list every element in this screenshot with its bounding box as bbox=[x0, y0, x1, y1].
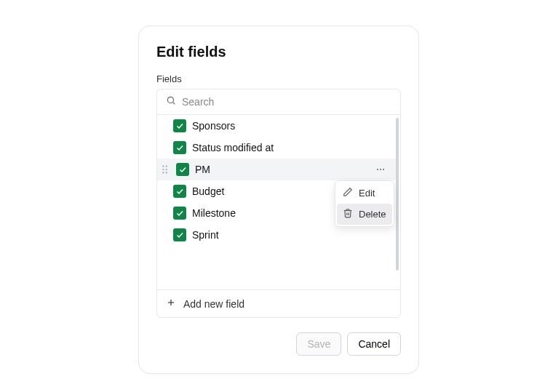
checkbox-checked-icon[interactable] bbox=[173, 119, 186, 132]
trash-icon bbox=[343, 208, 353, 220]
list-spacer bbox=[157, 246, 396, 289]
cancel-button[interactable]: Cancel bbox=[347, 332, 401, 356]
add-new-field-button[interactable]: Add new field bbox=[157, 289, 400, 317]
search-icon bbox=[166, 95, 176, 108]
field-row[interactable]: Status modified at bbox=[157, 137, 396, 159]
row-actions-dropdown: Edit Delete bbox=[335, 180, 394, 227]
svg-point-5 bbox=[166, 169, 167, 170]
search-row bbox=[157, 89, 400, 115]
checkbox-checked-icon[interactable] bbox=[173, 228, 186, 241]
delete-menu-item[interactable]: Delete bbox=[337, 204, 392, 225]
svg-line-1 bbox=[173, 103, 175, 105]
checkbox-checked-icon[interactable] bbox=[173, 207, 186, 220]
scrollbar[interactable] bbox=[396, 118, 399, 271]
field-label: PM bbox=[195, 164, 370, 175]
dialog-title: Edit fields bbox=[156, 44, 401, 60]
dialog-footer: Save Cancel bbox=[156, 332, 401, 356]
more-actions-button[interactable] bbox=[375, 164, 389, 175]
svg-point-8 bbox=[377, 169, 378, 170]
fields-box: Sponsors Status modified at PM bbox=[156, 89, 401, 318]
plus-icon bbox=[166, 297, 176, 310]
search-input[interactable] bbox=[182, 96, 391, 108]
svg-point-6 bbox=[162, 172, 164, 173]
fields-section-label: Fields bbox=[156, 73, 401, 84]
field-row-active[interactable]: PM Edit Delete bbox=[157, 159, 396, 180]
checkbox-checked-icon[interactable] bbox=[173, 185, 186, 198]
field-row[interactable]: Sponsors bbox=[157, 115, 396, 137]
field-label: Sprint bbox=[192, 229, 389, 241]
svg-point-0 bbox=[167, 97, 173, 103]
svg-point-4 bbox=[162, 169, 164, 170]
svg-point-9 bbox=[380, 169, 381, 170]
drag-handle-icon[interactable] bbox=[160, 164, 170, 175]
field-label: Sponsors bbox=[192, 120, 389, 132]
edit-label: Edit bbox=[359, 188, 375, 199]
field-label: Status modified at bbox=[192, 142, 389, 153]
checkbox-checked-icon[interactable] bbox=[176, 163, 189, 176]
edit-fields-dialog: Edit fields Fields Sponsors Status modif… bbox=[138, 25, 419, 374]
svg-point-10 bbox=[383, 169, 384, 170]
field-row[interactable]: Sprint bbox=[157, 224, 396, 246]
save-button[interactable]: Save bbox=[296, 332, 341, 356]
pencil-icon bbox=[343, 187, 353, 199]
svg-point-3 bbox=[166, 166, 167, 167]
add-new-label: Add new field bbox=[183, 298, 244, 310]
svg-point-7 bbox=[166, 172, 167, 173]
checkbox-checked-icon[interactable] bbox=[173, 141, 186, 154]
edit-menu-item[interactable]: Edit bbox=[337, 183, 392, 204]
field-list: Sponsors Status modified at PM bbox=[157, 115, 400, 289]
svg-point-2 bbox=[162, 166, 164, 167]
delete-label: Delete bbox=[359, 209, 386, 220]
